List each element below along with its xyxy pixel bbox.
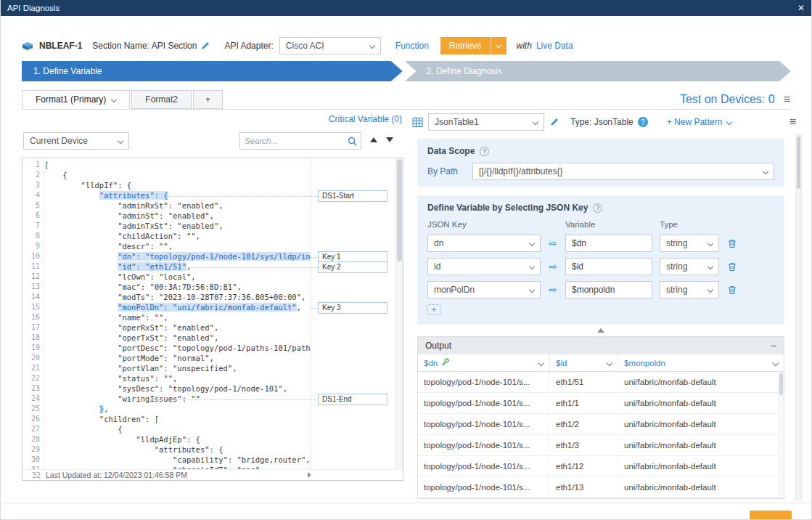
code-line[interactable]: "lcOwn": "local", xyxy=(44,272,310,282)
variable-input[interactable] xyxy=(565,258,652,275)
delete-variable-icon[interactable] xyxy=(728,239,737,248)
highlighted-token[interactable]: "id": "eth1/51" xyxy=(118,262,186,271)
highlighted-token[interactable]: "attributes": { xyxy=(99,191,168,200)
output-column-header[interactable]: $monpoldn xyxy=(618,354,784,371)
code-line[interactable]: [ xyxy=(44,160,310,170)
code-line[interactable]: "attributes": { xyxy=(44,444,310,455)
code-line[interactable]: "modTs": "2023-10-28T07:37:36.805+00:00"… xyxy=(44,292,310,302)
search-input[interactable] xyxy=(240,137,343,145)
type-select[interactable]: string xyxy=(660,281,719,298)
output-row[interactable]: topology/pod-1/node-101/s...eth1/13uni/f… xyxy=(418,477,784,498)
output-row[interactable]: topology/pod-1/node-101/s...eth1/3uni/fa… xyxy=(418,435,784,456)
highlighted-token[interactable]: "dn": "topology/pod-1/node-101/sys/lldp/… xyxy=(118,252,310,261)
highlighted-token[interactable]: "monPolDn": "uni/fabric/monfab-default" xyxy=(118,303,297,312)
search-prev-icon[interactable] xyxy=(370,137,377,142)
code-line[interactable]: "adminRxSt": "enabled", xyxy=(44,200,310,211)
json-key-select[interactable]: id xyxy=(427,258,541,275)
search-next-icon[interactable] xyxy=(386,137,393,142)
code-line[interactable]: "mac": "00:3A:7D:56:8D:81", xyxy=(44,282,310,292)
menu-icon[interactable]: ≡ xyxy=(784,94,790,105)
edit-section-icon[interactable] xyxy=(201,41,210,50)
code-line[interactable]: "sysDesc": "topology/pod-1/node-101", xyxy=(44,383,310,394)
critical-variable-link[interactable]: Critical Variable (0) xyxy=(329,114,402,124)
type-select[interactable]: string xyxy=(660,235,719,252)
code-line[interactable]: "wiringIssues": "" xyxy=(44,394,310,404)
code-line[interactable]: "monPolDn": "uni/fabric/monfab-default", xyxy=(44,302,310,312)
output-column-header[interactable]: $id xyxy=(550,354,618,371)
code-line[interactable]: "descr": "", xyxy=(44,241,310,251)
bottom-action-button[interactable] xyxy=(750,511,792,520)
code-line[interactable]: { xyxy=(44,170,310,180)
add-variable-button[interactable]: + xyxy=(427,304,440,315)
delete-variable-icon[interactable] xyxy=(728,262,737,272)
new-pattern-link[interactable]: + New Pattern xyxy=(667,117,731,127)
code-line[interactable]: "lldpIf": { xyxy=(44,180,310,190)
output-row[interactable]: topology/pod-1/node-101/s...eth1/1uni/fa… xyxy=(418,393,784,414)
test-on-devices-link[interactable]: Test on Devices: 0 xyxy=(680,93,775,106)
code-line[interactable]: "adminSt": "enabled", xyxy=(44,211,310,221)
annotation-key-3[interactable]: Key 3 xyxy=(318,302,387,314)
scrollbar-thumb[interactable] xyxy=(779,373,783,395)
code-line[interactable]: }, xyxy=(44,404,310,414)
type-select[interactable]: string xyxy=(660,258,719,275)
code-line[interactable]: "portMode": "normal", xyxy=(44,353,310,363)
edit-pattern-icon[interactable] xyxy=(550,118,559,126)
api-adapter-select[interactable]: Cisco ACI xyxy=(279,37,381,54)
data-scope-path-select[interactable]: []/{}/lldpIf{}/attributes{} xyxy=(472,163,774,180)
code-line[interactable]: "chassisIdT": "mac", xyxy=(44,465,310,469)
output-row[interactable]: topology/pod-1/node-101/s...eth1/2uni/fa… xyxy=(418,414,784,435)
code-line[interactable]: "portDesc": "topology/pod-1/paths-101/pa… xyxy=(44,343,310,353)
close-icon[interactable]: ✕ xyxy=(797,4,805,12)
step-define-diagnosis[interactable]: 2. Define Diagnosis xyxy=(405,61,791,81)
delete-variable-icon[interactable] xyxy=(728,285,737,295)
code-line[interactable]: "id": "eth1/51", xyxy=(44,261,310,272)
step-define-variable[interactable]: 1. Define Variable xyxy=(22,61,403,81)
menu-icon[interactable]: ≡ xyxy=(790,116,796,128)
code-line[interactable]: { xyxy=(44,424,310,434)
panel-scrollbar[interactable] xyxy=(795,134,802,500)
pattern-select[interactable]: JsonTable1 xyxy=(428,113,544,131)
variable-input[interactable] xyxy=(565,235,652,252)
code-line[interactable]: "dn": "topology/pod-1/node-101/sys/lldp/… xyxy=(44,251,310,261)
help-icon[interactable]: ? xyxy=(593,203,602,213)
device-scope-select[interactable]: Current Device xyxy=(23,132,129,150)
output-scrollbar[interactable] xyxy=(778,372,784,498)
annotation-key-2[interactable]: Key 2 xyxy=(318,261,387,273)
code-line[interactable]: "operRxSt": "enabled", xyxy=(44,322,310,333)
code-line[interactable]: "name": "", xyxy=(44,312,310,322)
collapse-handle[interactable] xyxy=(417,325,784,336)
code-line[interactable]: "status": "", xyxy=(44,373,310,383)
help-icon[interactable]: ? xyxy=(638,117,648,127)
code-line[interactable]: "childAction": "", xyxy=(44,231,310,241)
function-link[interactable]: Function xyxy=(395,41,429,51)
code-line[interactable]: "children": [ xyxy=(44,414,310,424)
retrieve-dropdown[interactable] xyxy=(491,37,507,54)
code-line[interactable]: "operTxSt": "enabled", xyxy=(44,333,310,343)
code-line[interactable]: "attributes": { xyxy=(44,190,310,200)
editor-vertical-scrollbar[interactable] xyxy=(395,158,403,469)
scrollbar-thumb[interactable] xyxy=(397,160,402,261)
code-line[interactable]: "adminTxSt": "enabled", xyxy=(44,221,310,231)
retrieve-button[interactable]: Retrieve xyxy=(440,37,507,54)
code-area[interactable]: [ { "lldpIf": { "attributes": { "adminRx… xyxy=(44,158,310,469)
output-row[interactable]: topology/pod-1/node-101/s...eth1/12uni/f… xyxy=(418,456,784,477)
minimize-output-icon[interactable]: − xyxy=(771,341,776,351)
code-line[interactable]: "lldpAdjEp": { xyxy=(44,434,310,444)
annotation-ds1-end[interactable]: DS1-End xyxy=(318,394,387,405)
help-icon[interactable]: ? xyxy=(480,147,489,156)
code-line[interactable]: "capability": "bridge,router", xyxy=(44,455,310,465)
scrollbar-thumb[interactable] xyxy=(797,137,800,189)
annotation-ds1-start[interactable]: DS1-Start xyxy=(318,190,387,202)
h-scroll-right-arrow[interactable] xyxy=(308,472,311,478)
json-key-select[interactable]: dn xyxy=(427,235,541,252)
variable-input[interactable] xyxy=(565,281,652,298)
output-row[interactable]: topology/pod-1/node-101/s...eth1/51uni/f… xyxy=(418,372,784,393)
json-key-select[interactable]: monPolDn xyxy=(427,281,541,298)
search-icon[interactable] xyxy=(343,137,361,146)
live-data-link[interactable]: Live Data xyxy=(536,41,573,51)
add-format-tab[interactable]: + xyxy=(193,90,223,109)
output-column-header[interactable]: $dn xyxy=(418,354,550,371)
code-line[interactable]: "portVlan": "unspecified", xyxy=(44,363,310,373)
tab-format1[interactable]: Format1 (Primary) xyxy=(22,90,130,109)
tab-format2[interactable]: Format2 xyxy=(131,90,192,109)
